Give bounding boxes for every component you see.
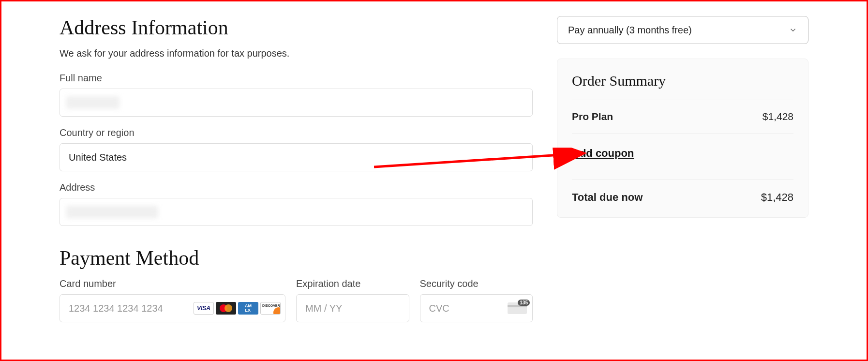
chevron-down-icon: [789, 26, 797, 34]
total-row: Total due now $1,428: [572, 179, 793, 204]
plan-row: Pro Plan $1,428: [572, 100, 793, 133]
cvc-badge: 135: [518, 300, 530, 306]
total-label: Total due now: [572, 191, 643, 204]
address-subtitle: We ask for your address information for …: [60, 48, 533, 59]
expiration-input[interactable]: [296, 294, 409, 322]
country-label: Country or region: [60, 127, 533, 138]
add-coupon-button[interactable]: Add coupon: [572, 147, 634, 160]
expiration-label: Expiration date: [296, 278, 409, 289]
mastercard-icon: [216, 302, 236, 315]
plan-label: Pro Plan: [572, 111, 613, 122]
full-name-input[interactable]: [60, 89, 533, 117]
address-title: Address Information: [60, 16, 533, 39]
country-input[interactable]: [60, 143, 533, 171]
billing-cycle-select[interactable]: Pay annually (3 months free): [557, 16, 808, 44]
billing-cycle-value: Pay annually (3 months free): [568, 25, 692, 36]
total-price: $1,428: [761, 191, 793, 204]
order-summary-title: Order Summary: [572, 73, 793, 89]
address-label: Address: [60, 182, 533, 193]
plan-price: $1,428: [763, 111, 793, 122]
card-number-label: Card number: [60, 278, 285, 289]
cvc-card-icon: 135: [508, 302, 527, 314]
cvc-label: Security code: [420, 278, 533, 289]
order-summary: Order Summary Pro Plan $1,428 Add coupon…: [557, 59, 808, 218]
discover-icon: DISCOVER: [260, 302, 281, 315]
payment-title: Payment Method: [60, 246, 533, 270]
visa-icon: VISA: [194, 302, 214, 315]
full-name-label: Full name: [60, 73, 533, 84]
amex-icon: AMEX: [238, 302, 258, 315]
